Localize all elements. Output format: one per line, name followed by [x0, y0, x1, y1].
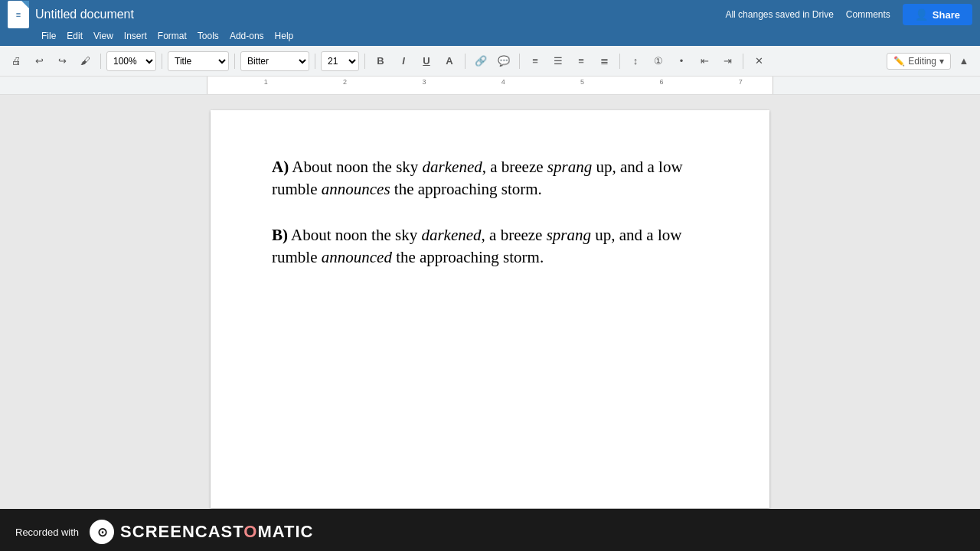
- divider-9: [743, 54, 743, 69]
- screencast-logo: ⊙ SCREENCASTOMATIC: [90, 520, 313, 544]
- text-color-button[interactable]: A: [439, 51, 459, 71]
- docs-icon: ≡: [8, 1, 29, 28]
- editing-mode-selector[interactable]: ✏️ Editing ▾: [887, 53, 951, 70]
- link-button[interactable]: 🔗: [471, 51, 491, 71]
- ruler-mark-7: 7: [739, 78, 743, 86]
- para-a-text-1: About noon the sky: [289, 158, 422, 176]
- menu-insert[interactable]: Insert: [119, 29, 152, 43]
- menu-format[interactable]: Format: [153, 29, 191, 43]
- main-content: A) About noon the sky darkened, a breeze…: [0, 95, 980, 509]
- para-b-sprang: sprang: [547, 226, 591, 244]
- para-a-darkened: darkened: [423, 158, 482, 176]
- chevron-down-icon: ▾: [939, 56, 944, 67]
- divider-7: [519, 54, 520, 69]
- divider-3: [234, 54, 235, 69]
- paragraph-b[interactable]: B) About noon the sky darkened, a breeze…: [272, 224, 708, 269]
- pencil-icon: ✏️: [893, 56, 905, 67]
- brand-o: O: [243, 522, 257, 541]
- para-a-announces: announces: [322, 180, 390, 198]
- menu-file[interactable]: File: [37, 29, 60, 43]
- font-select[interactable]: Bitter Arial Times New Roman Georgia: [240, 51, 309, 71]
- document-page[interactable]: A) About noon the sky darkened, a breeze…: [211, 110, 769, 508]
- brand-screencast: SCREENCAST: [120, 522, 243, 541]
- top-right-actions: Comments 👤 Share: [840, 4, 972, 25]
- para-a-text-4: the approaching storm.: [390, 180, 542, 198]
- divider-2: [162, 54, 162, 69]
- app-content: ≡ Untitled document All changes saved in…: [0, 0, 980, 551]
- para-b-announced: announced: [322, 248, 392, 266]
- para-b-text-4: the approaching storm.: [392, 248, 544, 266]
- recorded-with-text: Recorded with: [15, 527, 79, 538]
- ruler-mark-3: 3: [422, 78, 426, 86]
- brand-suffix: MATIC: [257, 522, 313, 541]
- style-select[interactable]: Title Normal text Heading 1 Heading 2: [168, 51, 229, 71]
- header-top-row: ≡ Untitled document All changes saved in…: [0, 0, 980, 29]
- para-a-text-2: , a breeze: [482, 158, 547, 176]
- line-spacing-button[interactable]: ↕: [626, 51, 645, 71]
- italic-button[interactable]: I: [394, 51, 413, 71]
- ruler-mark-6: 6: [659, 78, 663, 86]
- collapse-toolbar-button[interactable]: ▲: [954, 51, 974, 71]
- increase-indent-button[interactable]: ⇥: [717, 51, 737, 71]
- clear-format-button[interactable]: ✕: [749, 51, 769, 71]
- comment-button[interactable]: 💬: [494, 51, 514, 71]
- menu-addons[interactable]: Add-ons: [225, 29, 269, 43]
- doc-title[interactable]: Untitled document: [35, 8, 711, 21]
- underline-button[interactable]: U: [416, 51, 436, 71]
- screencast-brand-name: SCREENCASTOMATIC: [120, 522, 313, 542]
- para-b-text-1: About noon the sky: [288, 226, 421, 244]
- ruler-mark-1: 1: [264, 78, 268, 86]
- para-a-sprang: sprang: [547, 158, 592, 176]
- bulleted-list-button[interactable]: •: [671, 51, 691, 71]
- decrease-indent-button[interactable]: ⇤: [694, 51, 714, 71]
- bottom-bar: Recorded with ⊙ SCREENCASTOMATIC: [0, 509, 980, 551]
- justify-button[interactable]: ≣: [594, 51, 614, 71]
- align-right-button[interactable]: ≡: [571, 51, 591, 71]
- divider-5: [364, 54, 365, 69]
- print-button[interactable]: 🖨: [6, 51, 26, 71]
- undo-button[interactable]: ↩: [29, 51, 49, 71]
- header-area: ≡ Untitled document All changes saved in…: [0, 0, 980, 46]
- ruler-mark-5: 5: [580, 78, 584, 86]
- ruler: 1 2 3 4 5 6 7: [0, 77, 980, 95]
- share-label: Share: [933, 9, 960, 21]
- share-icon: 👤: [915, 8, 928, 21]
- menu-bar: File Edit View Insert Format Tools Add-o…: [0, 29, 980, 46]
- save-status: All changes saved in Drive: [725, 9, 833, 20]
- align-center-button[interactable]: ☰: [548, 51, 568, 71]
- para-b-text-2: , a breeze: [482, 226, 547, 244]
- editing-label: Editing: [908, 56, 936, 67]
- ruler-mark-4: 4: [501, 78, 505, 86]
- divider-8: [619, 54, 620, 69]
- toolbar: 🖨 ↩ ↪ 🖌 100% 75% 125% 150% Title Normal …: [0, 46, 980, 77]
- ruler-inner: 1 2 3 4 5 6 7: [207, 77, 773, 94]
- divider-6: [465, 54, 466, 69]
- font-size-select[interactable]: 21 12 14 18 24: [321, 51, 359, 71]
- para-a-label: A): [272, 158, 289, 176]
- window-wrapper: ≡ Untitled document All changes saved in…: [0, 0, 980, 551]
- menu-view[interactable]: View: [89, 29, 118, 43]
- divider-4: [315, 54, 315, 69]
- para-b-darkened: darkened: [421, 226, 481, 244]
- redo-button[interactable]: ↪: [52, 51, 72, 71]
- divider-1: [100, 54, 101, 69]
- align-left-button[interactable]: ≡: [525, 51, 545, 71]
- menu-help[interactable]: Help: [270, 29, 299, 43]
- para-b-label: B): [272, 226, 288, 244]
- share-button[interactable]: 👤 Share: [903, 4, 972, 25]
- menu-edit[interactable]: Edit: [62, 29, 87, 43]
- zoom-select[interactable]: 100% 75% 125% 150%: [106, 51, 156, 71]
- bold-button[interactable]: B: [371, 51, 390, 71]
- screencast-circle-icon: ⊙: [90, 520, 114, 544]
- comments-button[interactable]: Comments: [840, 6, 897, 23]
- paint-format-button[interactable]: 🖌: [75, 51, 95, 71]
- numbered-list-button[interactable]: ①: [648, 51, 668, 71]
- ruler-mark-2: 2: [343, 78, 347, 86]
- menu-tools[interactable]: Tools: [193, 29, 224, 43]
- doc-title-area: Untitled document: [35, 8, 711, 21]
- paragraph-a[interactable]: A) About noon the sky darkened, a breeze…: [272, 156, 708, 201]
